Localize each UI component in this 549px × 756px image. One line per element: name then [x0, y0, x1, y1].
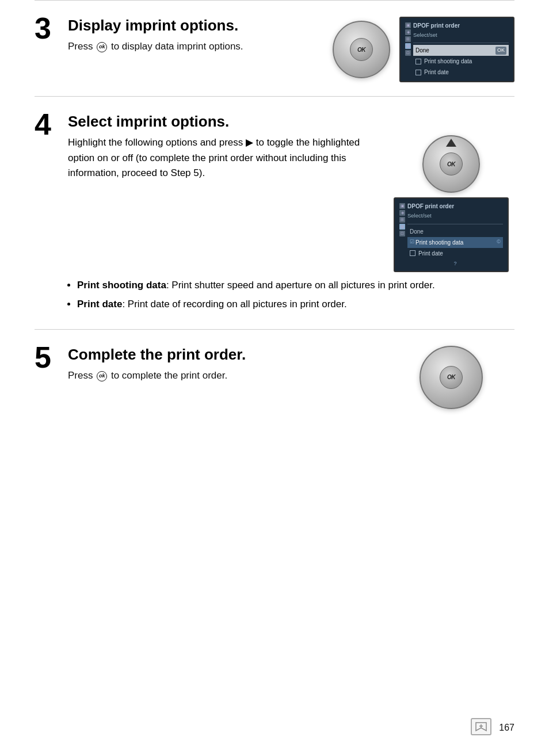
step3-ok-symbol: ok [97, 42, 107, 52]
step4-screen: ▣ ◈ ⊞ ▦ ⊡ DPOF print order Select/set [394, 197, 509, 272]
step3-screen-header: DPOF print order [413, 21, 509, 30]
step3-number: 3 [35, 13, 58, 43]
step5-content: Complete the print order. Press ok to co… [68, 346, 374, 384]
step4-item2-label: Print date [418, 249, 443, 258]
step4-dial-inner: OK [440, 152, 463, 175]
step4-ok-dial: OK [422, 135, 480, 193]
page: 3 Display imprint options. Press ok to d… [0, 0, 549, 756]
s4-icon2: ◈ [399, 210, 405, 216]
icon4: ▦ [405, 43, 411, 49]
step4-item1-highlighted: ☑ Print shooting data © [407, 237, 503, 248]
step3-item2: Print date [413, 67, 509, 78]
step3-dial-label: OK [357, 47, 365, 53]
step4-bullet-list: Print shooting data: Print shutter speed… [68, 278, 514, 312]
step3-screen-main: DPOF print order Select/set Done OK Prin… [413, 21, 509, 78]
step5-number: 5 [35, 342, 58, 372]
step5-right: OK [388, 346, 514, 409]
step3-dial-inner: OK [350, 38, 373, 61]
step3-body: Press ok to display data imprint options… [68, 39, 319, 54]
step4-bullet2: Print date: Print date of recording on a… [77, 297, 514, 312]
step3-title: Display imprint options. [68, 17, 319, 35]
icon1: ▣ [405, 22, 411, 28]
step3-done-row: Done OK [413, 45, 509, 56]
step4-content: Select imprint options. Highlight the fo… [68, 113, 514, 315]
icon3: ⊞ [405, 36, 411, 42]
corner-bookmark-icon [471, 718, 491, 735]
step4-c-badge: © [497, 238, 501, 246]
step4-question-mark: ? [407, 260, 503, 268]
step3-content: Display imprint options. Press ok to dis… [68, 17, 319, 55]
step3-ok-dial: OK [333, 21, 390, 78]
step5-title: Complete the print order. [68, 346, 374, 364]
step3-body-prefix: Press [68, 41, 93, 52]
step4-body-main: Highlight the following options and pres… [68, 137, 360, 178]
step3-screen-subheader: Select/set [413, 31, 509, 39]
s4-icon3: ⊞ [399, 217, 405, 223]
step4-screen-header: DPOF print order [407, 202, 503, 211]
s4-icon5: ⊡ [399, 231, 405, 236]
step3-item1: Print shooting data [413, 56, 509, 67]
step5-section: 5 Complete the print order. Press ok to … [35, 329, 514, 423]
step3-checkbox2 [415, 70, 421, 75]
step4-item1-label: Print shooting data [415, 238, 463, 247]
step3-section: 3 Display imprint options. Press ok to d… [35, 0, 514, 96]
step3-ok-badge: OK [495, 47, 506, 55]
step4-done-label: Done [410, 227, 424, 236]
step5-ok-dial: OK [420, 346, 483, 409]
step3-item2-label: Print date [424, 68, 449, 77]
step4-bullet1-term: Print shooting data [77, 280, 166, 291]
step3-done-label: Done [415, 46, 429, 55]
icon5: ⊡ [405, 50, 411, 56]
page-number: 167 [499, 723, 514, 733]
step3-screen-icons: ▣ ◈ ⊞ ▦ ⊡ [405, 21, 411, 78]
step4-bullet1-text: : Print shutter speed and aperture on al… [166, 280, 435, 291]
step3-divider [413, 43, 509, 43]
step4-screen-subheader: Select/set [407, 212, 503, 220]
step4-bullet2-term: Print date [77, 299, 122, 310]
step5-dial-label: OK [447, 374, 455, 380]
step3-screen: ▣ ◈ ⊞ ▦ ⊡ DPOF print order Select/set [399, 17, 514, 82]
step4-divider [407, 224, 503, 224]
bookmark-svg [475, 721, 487, 732]
step4-title: Select imprint options. [68, 113, 514, 131]
step4-number: 4 [35, 109, 58, 139]
step5-body-suffix: to complete the print order. [111, 370, 227, 381]
step5-dial-inner: OK [440, 366, 463, 389]
step4-screen-icons: ▣ ◈ ⊞ ▦ ⊡ [399, 202, 405, 268]
step3-checkbox1 [415, 59, 421, 64]
s4-icon1: ▣ [399, 203, 405, 209]
step4-screen-main: DPOF print order Select/set Done ☑ Print… [407, 202, 503, 268]
icon2: ◈ [405, 29, 411, 35]
step4-item2: Print date [407, 248, 503, 259]
step3-right: OK ▣ ◈ ⊞ ▦ ⊡ [333, 17, 514, 82]
step4-section: 4 Select imprint options. Highlight the … [35, 96, 514, 329]
step4-check1: ☑ [410, 238, 414, 246]
step3-item1-label: Print shooting data [424, 57, 472, 66]
s4-icon4: ▦ [399, 224, 405, 230]
step5-body-prefix: Press [68, 370, 93, 381]
step4-bullet1: Print shooting data: Print shutter speed… [77, 278, 514, 293]
step3-body-suffix: to display data imprint options. [111, 41, 243, 52]
step4-dial-label: OK [447, 161, 455, 167]
step4-body-text: Highlight the following options and pres… [68, 135, 388, 181]
step5-ok-symbol: ok [97, 371, 107, 381]
step5-body: Press ok to complete the print order. [68, 368, 374, 383]
step4-checkbox2 [410, 250, 415, 256]
step4-bullet2-text: : Print date of recording on all picture… [122, 299, 346, 310]
step4-done-row: Done [407, 226, 503, 237]
